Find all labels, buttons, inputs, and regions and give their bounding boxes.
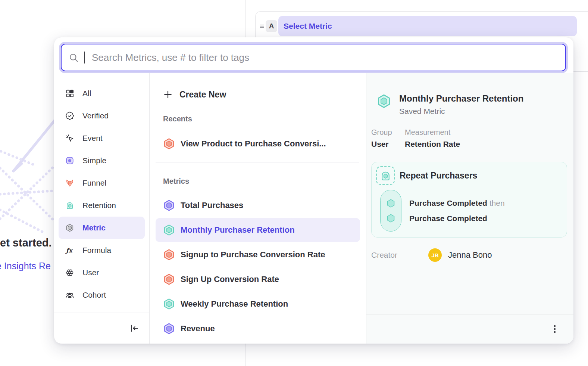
- funnel-icon: [65, 179, 74, 187]
- background-link-fragment[interactable]: e Insights Re: [0, 261, 51, 272]
- creator-row: Creator JB Jenna Bono: [371, 248, 573, 263]
- measurement-value: Retention Rate: [405, 140, 460, 149]
- sidebar-item-label: Funnel: [82, 179, 106, 187]
- text-cursor: [84, 52, 85, 63]
- event-sequence-capsule: [380, 190, 401, 232]
- select-metric-label: Select Metric: [284, 22, 332, 31]
- create-new-label: Create New: [179, 90, 226, 100]
- sidebar-item-formula[interactable]: ƒxFormula: [59, 239, 145, 261]
- search-ring: Search Metrics, use # to filter to tags: [59, 42, 568, 73]
- cursor-click-icon: [65, 134, 74, 143]
- collapse-panel-icon[interactable]: [129, 323, 139, 333]
- measurement-label: Measurement: [405, 128, 460, 137]
- metric-hexagon-icon: [163, 248, 175, 261]
- sidebar-item-label: Verified: [82, 111, 109, 120]
- metric-list-item[interactable]: Revenue: [156, 317, 360, 341]
- metric-list-item[interactable]: Weekly Purchase Retention: [156, 292, 360, 316]
- metric-hexagon-icon: [65, 223, 74, 232]
- sidebar-item-verified[interactable]: Verified: [59, 105, 145, 127]
- metric-item-label: Monthly Purchaser Retention: [181, 225, 295, 235]
- metric-list-item[interactable]: Signup to Purchase Conversion Rate: [156, 243, 360, 267]
- search-placeholder: Search Metrics, use # to filter to tags: [92, 52, 249, 63]
- detail-footer: [366, 314, 573, 344]
- definition-step-1: Purchase Completed then: [409, 198, 505, 208]
- metric-hexagon-icon: [163, 273, 175, 286]
- creator-name: Jenna Bono: [448, 250, 492, 260]
- metric-hexagon-icon: [163, 199, 175, 212]
- metric-hexagon-icon: [163, 298, 175, 310]
- metric-list-item[interactable]: Sign Up Conversion Rate: [156, 267, 360, 291]
- sidebar-item-funnel[interactable]: Funnel: [59, 172, 145, 194]
- metric-item-label: Weekly Purchase Retention: [181, 299, 288, 309]
- creator-label: Creator: [371, 251, 428, 260]
- picker-content: AllVerifiedEventSimpleFunnel Retention M…: [54, 73, 573, 344]
- sidebar-footer: [54, 313, 149, 344]
- more-options-button[interactable]: [550, 324, 559, 334]
- list-section-label: Recents: [163, 115, 366, 124]
- metric-item-label: Total Purchases: [181, 201, 243, 210]
- definition-connector: then: [490, 199, 505, 207]
- create-new-button[interactable]: Create New: [163, 86, 366, 103]
- sidebar-item-label: Retention: [82, 201, 116, 210]
- group-value: User: [371, 140, 405, 149]
- metric-hexagon-icon: [163, 137, 175, 150]
- detail-header: Monthly Purchaser Retention Saved Metric: [376, 93, 567, 117]
- sidebar-item-label: Formula: [82, 246, 111, 255]
- simple-metric-icon: [65, 156, 74, 165]
- plus-icon: [163, 89, 173, 100]
- sidebar-item-label: Simple: [82, 156, 106, 165]
- metric-picker-modal: Search Metrics, use # to filter to tags …: [54, 37, 573, 344]
- drag-handle-icon[interactable]: [259, 23, 265, 30]
- background-headline-fragment: et started.: [0, 237, 52, 249]
- sidebar-item-simple[interactable]: Simple: [59, 149, 145, 172]
- metric-item-label: Revenue: [181, 324, 215, 334]
- verified-badge-icon: [65, 111, 74, 120]
- sidebar-item-label: Event: [82, 134, 103, 143]
- sidebar-item-all[interactable]: All: [59, 82, 145, 105]
- sidebar-item-user[interactable]: User: [59, 261, 145, 284]
- metric-letter-badge: A: [266, 20, 277, 32]
- detail-title: Monthly Purchaser Retention: [399, 93, 523, 104]
- search-input[interactable]: Search Metrics, use # to filter to tags: [61, 44, 566, 71]
- metric-list-column: Create New Recents View Product to Purch…: [150, 73, 366, 344]
- detail-meta: Group User Measurement Retention Rate: [371, 128, 573, 150]
- list-divider: [156, 162, 359, 162]
- retention-arch-icon: [380, 170, 391, 182]
- sidebar-item-metric[interactable]: Metric: [59, 217, 145, 239]
- retention-arch-icon: [65, 201, 74, 210]
- event-hexagon-icon: [386, 213, 396, 223]
- detail-subtitle: Saved Metric: [399, 107, 523, 116]
- group-label: Group: [371, 128, 405, 137]
- sidebar-item-label: Cohort: [82, 291, 106, 300]
- sidebar-item-event[interactable]: Event: [59, 127, 145, 149]
- event-hexagon-icon: [386, 198, 396, 208]
- metric-hexagon-icon: [163, 322, 175, 335]
- metric-list-item[interactable]: Total Purchases: [156, 193, 360, 217]
- metric-item-label: Sign Up Conversion Rate: [181, 274, 279, 284]
- metric-item-label: View Product to Purchase Conversi...: [181, 139, 326, 149]
- user-flower-icon: [65, 268, 74, 277]
- sidebar-item-label: User: [82, 268, 99, 277]
- metric-hexagon-icon: [376, 93, 392, 109]
- svg-text:ƒx: ƒx: [65, 247, 73, 254]
- sidebar-item-cohort[interactable]: Cohort: [59, 284, 145, 306]
- sidebar-item-retention[interactable]: Retention: [59, 194, 145, 217]
- metric-list-item[interactable]: Monthly Purchaser Retention: [156, 218, 360, 242]
- metric-list-item[interactable]: View Product to Purchase Conversi...: [156, 132, 360, 156]
- definition-title: Repeat Purchasers: [400, 171, 477, 181]
- metric-item-label: Signup to Purchase Conversion Rate: [181, 250, 325, 260]
- list-section-label: Metrics: [163, 177, 366, 186]
- grid-icon: [65, 89, 74, 98]
- search-icon: [69, 53, 79, 63]
- sidebar-item-label: All: [82, 89, 91, 98]
- creator-avatar: JB: [428, 248, 442, 262]
- select-metric-button[interactable]: Select Metric: [278, 16, 577, 36]
- sidebar-item-label: Metric: [82, 223, 106, 232]
- metric-detail-panel: Monthly Purchaser Retention Saved Metric…: [366, 73, 573, 344]
- cohort-icon: [65, 291, 74, 300]
- type-filter-sidebar: AllVerifiedEventSimpleFunnel Retention M…: [54, 73, 150, 344]
- metric-hexagon-icon: [163, 224, 175, 236]
- definition-card: Repeat Purchasers Purchase Completed the…: [371, 162, 567, 238]
- behavior-icon-frame: [376, 166, 395, 185]
- definition-step-2: Purchase Completed: [409, 214, 505, 223]
